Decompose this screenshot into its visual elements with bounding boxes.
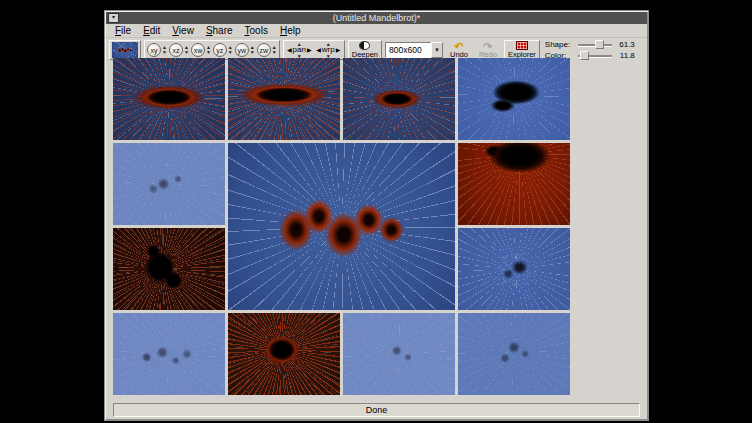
rotate-xz-button[interactable]: xz ▲▼ (169, 43, 189, 57)
xw-spinner[interactable]: ▲▼ (206, 45, 211, 55)
menu-share[interactable]: Share (200, 24, 239, 37)
pan-button[interactable]: ▲ ◀ pan ▶ ▼ (286, 41, 313, 59)
undo-button[interactable]: ↶ Undo (446, 40, 472, 60)
redo-button[interactable]: ↷ Redo (475, 40, 501, 60)
resolution-dropdown-icon[interactable]: ▼ (431, 42, 443, 58)
color-value: 11.8 (615, 51, 635, 60)
warp-left-icon[interactable]: ◀ (316, 46, 321, 54)
shape-label: Shape: (545, 40, 575, 49)
explorer-mutant-thumbnail[interactable] (113, 58, 225, 140)
pan-right-icon[interactable]: ▶ (307, 46, 312, 54)
app-window: ▾ (Untitled Mandelbrot)* File Edit View … (104, 10, 649, 421)
menu-edit[interactable]: Edit (137, 24, 166, 37)
warp-button[interactable]: ▲ ◀ wrp ▶ ▼ (315, 41, 342, 59)
explorer-mutant-thumbnail[interactable] (228, 58, 340, 140)
menu-view[interactable]: View (166, 24, 200, 37)
xy-spinner[interactable]: ▲▼ (162, 45, 167, 55)
explorer-toggle-button[interactable]: Explorer (504, 40, 540, 60)
explorer-icon (516, 41, 528, 50)
fractal-preview-thumbnail (112, 42, 138, 58)
warp-right-icon[interactable]: ▶ (336, 46, 341, 54)
menu-tools[interactable]: Tools (239, 24, 274, 37)
resolution-select[interactable]: 800x600 ▼ (385, 42, 443, 58)
status-text: Done (366, 405, 388, 415)
fractal-preview-group (109, 40, 141, 60)
xz-spinner[interactable]: ▲▼ (184, 45, 189, 55)
yw-spinner[interactable]: ▲▼ (250, 45, 255, 55)
rotate-yw-button[interactable]: yw ▲▼ (235, 43, 255, 57)
menu-file[interactable]: File (109, 24, 137, 37)
explorer-mutant-thumbnail[interactable] (228, 313, 340, 395)
color-slider-thumb[interactable] (580, 51, 589, 60)
rotate-xw-button[interactable]: xw ▲▼ (191, 43, 211, 57)
deepen-icon (359, 41, 370, 50)
pan-left-icon[interactable]: ◀ (287, 46, 292, 54)
rotate-zw-button[interactable]: zw ▲▼ (257, 43, 277, 57)
explorer-mutant-thumbnail[interactable] (113, 228, 225, 310)
explorer-mutant-thumbnail[interactable] (343, 58, 455, 140)
window-title: (Untitled Mandelbrot)* (106, 12, 647, 24)
resolution-value: 800x600 (385, 42, 431, 58)
explorer-mutant-thumbnail[interactable] (343, 313, 455, 395)
explorer-mutant-thumbnail[interactable] (458, 58, 570, 140)
status-bar: Done (113, 403, 640, 417)
color-slider[interactable] (578, 51, 612, 60)
title-bar[interactable]: ▾ (Untitled Mandelbrot)* (106, 12, 647, 24)
explorer-grid (113, 58, 570, 395)
menu-bar: File Edit View Share Tools Help (106, 24, 647, 38)
rotation-button-group: xy ▲▼ xz ▲▼ xw ▲▼ yz ▲▼ yw ▲▼ zw ▲▼ (144, 40, 280, 60)
shape-slider-thumb[interactable] (595, 40, 604, 49)
pan-warp-group: ▲ ◀ pan ▶ ▼ ▲ ◀ wrp ▶ ▼ (283, 40, 345, 60)
zw-spinner[interactable]: ▲▼ (272, 45, 277, 55)
rotate-yz-button[interactable]: yz ▲▼ (213, 43, 233, 57)
menu-help[interactable]: Help (274, 24, 307, 37)
explorer-mutant-thumbnail[interactable] (113, 143, 225, 225)
explorer-mutant-thumbnail[interactable] (458, 228, 570, 310)
fractal-main-view[interactable] (228, 143, 455, 310)
yz-spinner[interactable]: ▲▼ (228, 45, 233, 55)
shape-slider[interactable] (578, 40, 612, 49)
rotate-xy-button[interactable]: xy ▲▼ (147, 43, 167, 57)
shape-value: 61.3 (615, 40, 635, 49)
explorer-mutant-thumbnail[interactable] (458, 143, 570, 225)
deepen-button[interactable]: Deepen (348, 40, 382, 60)
explorer-mutant-thumbnail[interactable] (113, 313, 225, 395)
explorer-mutant-thumbnail[interactable] (458, 313, 570, 395)
